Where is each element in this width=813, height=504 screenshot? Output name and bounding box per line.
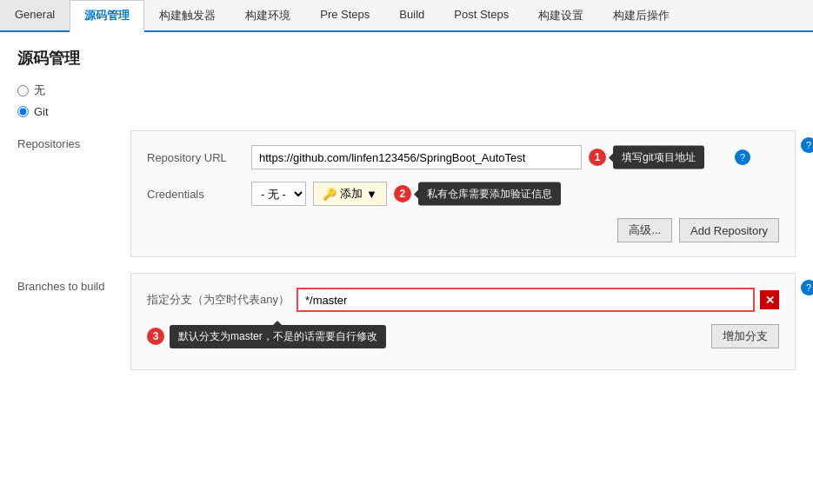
- page-title: 源码管理: [17, 48, 796, 69]
- radio-git-row: Git: [17, 105, 796, 118]
- tab-build[interactable]: Build: [384, 0, 439, 30]
- add-branch-button[interactable]: 增加分支: [711, 324, 779, 348]
- radio-git-input[interactable]: [17, 106, 29, 117]
- repositories-body: Repository URL 1 填写git项目地址 ? Credentials: [130, 130, 796, 257]
- radio-none-label: 无: [34, 83, 45, 98]
- tooltip-branch: 默认分支为master，不是的话需要自行修改: [170, 325, 386, 348]
- credentials-select[interactable]: - 无 -: [251, 182, 306, 206]
- add-button-label: 添加: [340, 186, 363, 202]
- repo-url-input[interactable]: [251, 145, 582, 169]
- tab-postbuild[interactable]: 构建后操作: [598, 0, 684, 30]
- repositories-section: Repositories Repository URL 1 填写git项目地址 …: [17, 130, 796, 257]
- credentials-label: Credentials: [147, 188, 251, 201]
- tab-general[interactable]: General: [0, 0, 70, 30]
- branch-cn-label: 指定分支（为空时代表any）: [147, 292, 290, 308]
- repo-url-label: Repository URL: [147, 151, 251, 164]
- credentials-wrap: - 无 - 🔑 添加 ▼ 2 私有仓库需要添加验证信息 ?: [251, 182, 779, 206]
- radio-none-row: 无: [17, 83, 796, 98]
- add-repository-button[interactable]: Add Repository: [679, 218, 779, 242]
- dropdown-arrow-icon: ▼: [366, 188, 377, 201]
- tab-poststeps[interactable]: Post Steps: [439, 0, 523, 30]
- repo-button-row: 高级... Add Repository: [147, 218, 779, 242]
- step-badge-2: 2: [394, 185, 411, 202]
- branches-row: 指定分支（为空时代表any） ✕: [147, 288, 779, 312]
- repositories-label: Repositories: [17, 130, 130, 257]
- scm-radio-group: 无 Git: [17, 83, 796, 118]
- help-icon-repositories[interactable]: ?: [801, 137, 813, 153]
- main-content: 源码管理 无 Git Repositories Repository URL: [0, 32, 813, 401]
- tab-bar: General 源码管理 构建触发器 构建环境 Pre Steps Build …: [0, 0, 813, 32]
- help-icon-url[interactable]: ?: [735, 149, 750, 165]
- tooltip-repo-url: 填写git项目地址: [613, 146, 704, 169]
- repo-url-wrap: 1 填写git项目地址 ?: [251, 145, 779, 169]
- branches-label: Branches to build: [17, 273, 130, 370]
- credentials-row: Credentials - 无 - 🔑 添加 ▼ 2: [147, 182, 779, 206]
- clear-branch-button[interactable]: ✕: [760, 290, 779, 309]
- tab-source[interactable]: 源码管理: [70, 0, 144, 32]
- step-badge-3: 3: [147, 328, 164, 345]
- tab-env[interactable]: 构建环境: [230, 0, 305, 30]
- repo-url-row: Repository URL 1 填写git项目地址 ?: [147, 145, 779, 169]
- branches-section: Branches to build 指定分支（为空时代表any） ✕ 3 默认分…: [17, 273, 796, 370]
- help-icon-branches[interactable]: ?: [801, 280, 813, 295]
- branches-body: 指定分支（为空时代表any） ✕ 3 默认分支为master，不是的话需要自行修…: [130, 273, 796, 370]
- step-badge-1: 1: [589, 149, 606, 166]
- tab-settings[interactable]: 构建设置: [523, 0, 598, 30]
- credentials-add-button[interactable]: 🔑 添加 ▼: [313, 182, 387, 206]
- key-icon: 🔑: [323, 188, 337, 201]
- tab-presteps[interactable]: Pre Steps: [305, 0, 384, 30]
- radio-none-input[interactable]: [17, 85, 29, 96]
- advanced-button[interactable]: 高级...: [617, 218, 672, 242]
- radio-git-label: Git: [34, 105, 49, 118]
- tooltip-credentials: 私有仓库需要添加验证信息: [418, 182, 561, 206]
- tab-triggers[interactable]: 构建触发器: [144, 0, 230, 30]
- branch-input[interactable]: [297, 288, 755, 312]
